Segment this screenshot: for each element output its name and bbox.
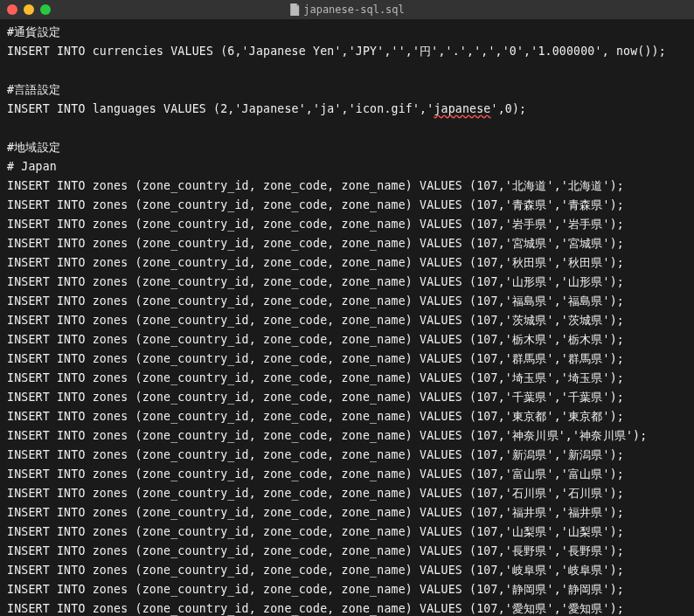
sql-zone-row: INSERT INTO zones (zone_country_id, zone… bbox=[7, 487, 624, 500]
sql-zone-row: INSERT INTO zones (zone_country_id, zone… bbox=[7, 275, 624, 288]
window-title: japanese-sql.sql bbox=[303, 3, 405, 16]
comment-language: #言語設定 bbox=[7, 83, 60, 96]
sql-zone-row: INSERT INTO zones (zone_country_id, zone… bbox=[7, 198, 624, 211]
comment-region: #地域設定 bbox=[7, 141, 60, 154]
sql-zone-row: INSERT INTO zones (zone_country_id, zone… bbox=[7, 294, 624, 308]
sql-zone-row: INSERT INTO zones (zone_country_id, zone… bbox=[7, 391, 624, 404]
sql-zone-row: INSERT INTO zones (zone_country_id, zone… bbox=[7, 544, 624, 557]
file-icon bbox=[289, 3, 300, 16]
sql-zone-row: INSERT INTO zones (zone_country_id, zone… bbox=[7, 256, 624, 269]
sql-zone-row: INSERT INTO zones (zone_country_id, zone… bbox=[7, 602, 624, 615]
sql-zone-row: INSERT INTO zones (zone_country_id, zone… bbox=[7, 583, 624, 596]
window-title-wrap: japanese-sql.sql bbox=[289, 3, 405, 16]
sql-zone-row: INSERT INTO zones (zone_country_id, zone… bbox=[7, 352, 624, 365]
sql-zone-row: INSERT INTO zones (zone_country_id, zone… bbox=[7, 179, 624, 192]
sql-currency: INSERT INTO currencies VALUES (6,'Japane… bbox=[7, 45, 666, 58]
code-editor[interactable]: #通貨設定 INSERT INTO currencies VALUES (6,'… bbox=[0, 19, 694, 616]
sql-language: INSERT INTO languages VALUES (2,'Japanes… bbox=[7, 102, 526, 115]
sql-zone-row: INSERT INTO zones (zone_country_id, zone… bbox=[7, 506, 624, 519]
sql-zone-row: INSERT INTO zones (zone_country_id, zone… bbox=[7, 218, 624, 231]
sql-zone-row: INSERT INTO zones (zone_country_id, zone… bbox=[7, 448, 624, 461]
comment-currency: #通貨設定 bbox=[7, 25, 60, 38]
sql-zone-row: INSERT INTO zones (zone_country_id, zone… bbox=[7, 371, 624, 384]
close-button[interactable] bbox=[7, 4, 17, 15]
minimize-button[interactable] bbox=[24, 4, 34, 15]
spell-error: japanese bbox=[434, 102, 490, 115]
sql-zone-row: INSERT INTO zones (zone_country_id, zone… bbox=[7, 314, 624, 327]
sql-zone-row: INSERT INTO zones (zone_country_id, zone… bbox=[7, 237, 624, 250]
comment-japan: # Japan bbox=[7, 160, 57, 173]
sql-zone-row: INSERT INTO zones (zone_country_id, zone… bbox=[7, 429, 647, 442]
window-titlebar: japanese-sql.sql bbox=[0, 0, 694, 19]
sql-zone-row: INSERT INTO zones (zone_country_id, zone… bbox=[7, 410, 624, 423]
sql-zone-row: INSERT INTO zones (zone_country_id, zone… bbox=[7, 564, 624, 577]
traffic-lights bbox=[7, 4, 51, 15]
sql-zone-row: INSERT INTO zones (zone_country_id, zone… bbox=[7, 525, 624, 538]
maximize-button[interactable] bbox=[40, 4, 51, 15]
sql-zone-row: INSERT INTO zones (zone_country_id, zone… bbox=[7, 467, 624, 481]
sql-zone-row: INSERT INTO zones (zone_country_id, zone… bbox=[7, 333, 624, 346]
